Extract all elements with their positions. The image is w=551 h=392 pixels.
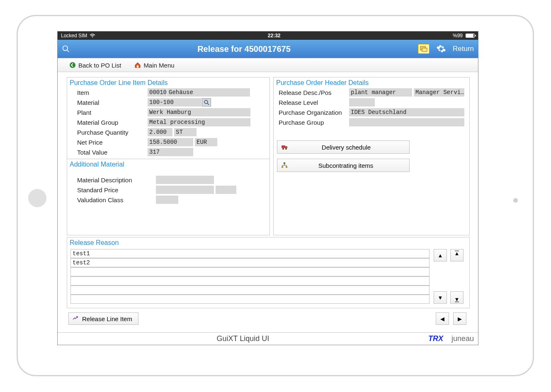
label-porg: Purchase Organization xyxy=(279,109,349,116)
label-plant: Plant xyxy=(77,109,148,116)
field-reldesc2[interactable]: Manager Servi… xyxy=(414,88,464,97)
field-currency[interactable]: EUR xyxy=(195,138,217,146)
search-icon[interactable] xyxy=(62,45,70,53)
label-material: Material xyxy=(77,99,148,106)
additional-material-title: Additional Material xyxy=(67,159,269,169)
svg-rect-9 xyxy=(282,145,285,148)
scroll-bottom-button[interactable]: ▼ xyxy=(450,291,464,304)
svg-line-8 xyxy=(207,103,209,105)
svg-rect-4 xyxy=(422,48,427,51)
subcon-label: Subcontrating items xyxy=(292,162,409,169)
app-screen: Locked SIM 22:32 %99 Release for 4500017… xyxy=(57,31,478,345)
main-menu-label: Main Menu xyxy=(143,62,174,69)
return-link[interactable]: Return xyxy=(453,45,474,53)
status-time: 22:32 xyxy=(95,33,453,39)
header-panel: Purchase Order Header Details Release De… xyxy=(273,77,470,235)
field-matdesc[interactable] xyxy=(156,176,214,184)
release-line-3[interactable] xyxy=(70,267,430,276)
subcontracting-button[interactable]: Subcontrating items xyxy=(277,159,410,172)
label-pgrp: Purchase Group xyxy=(279,119,349,126)
prev-item-button[interactable]: ◀ xyxy=(436,312,449,325)
settings-icon[interactable] xyxy=(436,44,446,54)
home-icon xyxy=(134,62,141,68)
label-rellevel: Release Level xyxy=(279,99,349,106)
back-label: Back to PO List xyxy=(78,62,121,69)
release-line-6[interactable] xyxy=(70,295,430,304)
page-title: Release for 4500017675 xyxy=(74,44,414,54)
release-icon xyxy=(72,315,79,322)
ios-status-bar: Locked SIM 22:32 %99 xyxy=(58,31,478,40)
battery-icon xyxy=(466,34,475,38)
delivery-label: Delivery schedule xyxy=(293,144,409,151)
line-item-title: Purchase Order Line Item Details xyxy=(67,77,269,87)
next-item-button[interactable]: ▶ xyxy=(453,312,466,325)
content-area: Purchase Order Line Item Details Item 00… xyxy=(58,72,478,332)
release-line-item-button[interactable]: Release Line Item xyxy=(68,312,138,325)
delivery-schedule-button[interactable]: Delivery schedule xyxy=(277,140,410,154)
label-matdesc: Material Description xyxy=(77,177,156,184)
svg-rect-6 xyxy=(137,65,138,68)
field-pgrp[interactable] xyxy=(349,118,464,126)
field-plant[interactable]: Werk Hamburg xyxy=(148,108,250,116)
svg-point-5 xyxy=(70,62,75,68)
field-rellevel[interactable] xyxy=(349,98,375,106)
label-valclass: Valudation Class xyxy=(77,196,156,203)
release-line-2[interactable] xyxy=(70,258,430,267)
toolbar: Back to PO List Main Menu xyxy=(58,58,478,72)
footer: GuiXT Liquid UI TRX juneau xyxy=(58,332,478,345)
main-menu[interactable]: Main Menu xyxy=(134,62,174,69)
label-matgroup: Material Group xyxy=(77,119,148,126)
svg-rect-15 xyxy=(286,166,287,168)
release-line-label: Release Line Item xyxy=(82,315,132,322)
label-total: Total Value xyxy=(77,149,148,156)
release-line-5[interactable] xyxy=(70,286,430,295)
home-button[interactable] xyxy=(28,189,46,207)
footer-trx[interactable]: TRX xyxy=(428,334,443,343)
field-item-no[interactable]: 00010 xyxy=(148,88,167,97)
field-reldesc1[interactable]: plant manager xyxy=(349,88,412,97)
field-total[interactable]: 317 xyxy=(148,148,193,156)
wifi-icon xyxy=(90,34,95,38)
field-porg[interactable]: IDES Deutschland xyxy=(349,108,464,116)
back-arrow-icon xyxy=(69,62,76,68)
sap-shortcut-icon[interactable] xyxy=(418,44,430,54)
label-item: Item xyxy=(77,89,148,96)
sim-status: Locked SIM xyxy=(61,33,87,39)
back-to-po-list[interactable]: Back to PO List xyxy=(69,62,121,69)
field-material[interactable]: 100-100 xyxy=(148,98,201,106)
field-stdprice[interactable] xyxy=(156,186,214,194)
label-netprice: Net Price xyxy=(77,139,148,146)
svg-point-12 xyxy=(285,148,287,150)
svg-rect-13 xyxy=(284,162,285,164)
field-matgroup[interactable]: Metal processing xyxy=(148,118,250,126)
field-uom[interactable]: ST xyxy=(174,128,197,136)
nav-bar: Release for 4500017675 Return xyxy=(58,40,478,58)
label-reldesc: Release Desc./Pos xyxy=(279,89,349,96)
svg-rect-14 xyxy=(282,166,283,168)
material-search-icon[interactable] xyxy=(202,98,211,106)
svg-point-7 xyxy=(204,100,208,104)
scroll-up-button[interactable]: ▲ xyxy=(434,249,447,261)
scroll-top-button[interactable]: ▲ xyxy=(450,249,464,261)
camera-dot xyxy=(513,198,518,203)
release-reason-panel: Release Reason ▲ ▲ xyxy=(67,237,470,308)
field-item-desc[interactable]: Gehäuse xyxy=(167,88,250,97)
svg-point-11 xyxy=(282,148,284,150)
field-qty[interactable]: 2.000 xyxy=(148,128,172,136)
hierarchy-icon xyxy=(282,162,287,168)
footer-user: juneau xyxy=(451,334,474,343)
svg-point-0 xyxy=(92,36,93,37)
field-valclass[interactable] xyxy=(156,196,178,204)
svg-rect-10 xyxy=(285,146,287,148)
svg-line-2 xyxy=(67,50,69,52)
field-netprice[interactable]: 158.5000 xyxy=(148,138,193,146)
release-reason-title: Release Reason xyxy=(67,237,469,247)
release-line-4[interactable] xyxy=(70,276,430,286)
footer-product: GuiXT Liquid UI xyxy=(58,334,428,343)
field-stdprice-unit[interactable] xyxy=(216,186,236,194)
label-qty: Purchase Quantity xyxy=(77,129,148,136)
release-lines xyxy=(70,249,430,304)
bottom-actions: Release Line Item ◀ ▶ xyxy=(67,308,470,325)
release-line-1[interactable] xyxy=(70,249,430,258)
scroll-down-button[interactable]: ▼ xyxy=(434,291,447,304)
